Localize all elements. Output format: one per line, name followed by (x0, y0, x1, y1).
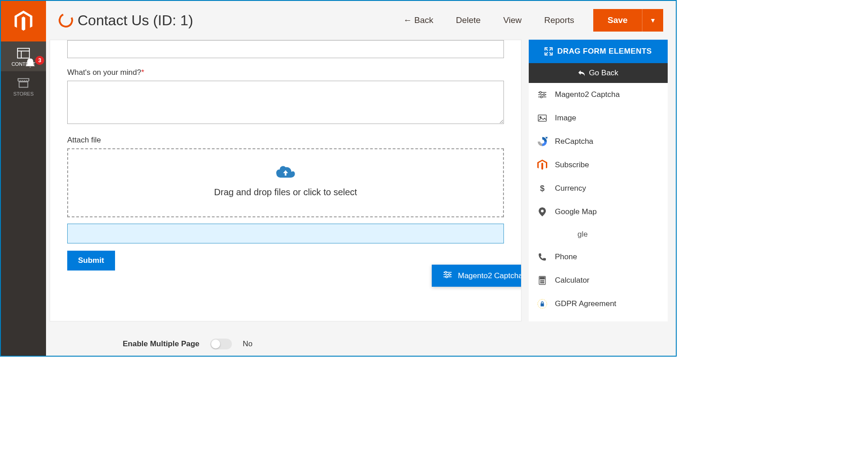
submit-button[interactable]: Submit (67, 251, 115, 271)
svg-point-26 (543, 282, 544, 283)
view-button[interactable]: View (494, 12, 531, 29)
element-phone[interactable]: Phone (529, 245, 668, 269)
element-google-partial[interactable]: gle (529, 224, 668, 245)
sliders-icon (537, 89, 548, 100)
dollar-icon: $ (537, 183, 548, 194)
reply-icon (578, 70, 585, 76)
drag-elements-header: DRAG FORM ELEMENTS (529, 40, 668, 63)
svg-rect-3 (19, 82, 28, 87)
form-elements-panel: DRAG FORM ELEMENTS Go Back Magento2 Capt… (529, 40, 668, 321)
enable-multiple-page-toggle[interactable] (210, 339, 232, 349)
image-icon (537, 113, 548, 124)
reports-button[interactable]: Reports (535, 12, 583, 29)
expand-icon (545, 47, 553, 55)
text-input-field[interactable] (67, 40, 504, 58)
drop-target-placeholder (67, 224, 504, 243)
svg-point-24 (540, 282, 541, 283)
svg-point-9 (446, 276, 448, 278)
sidebar-item-stores[interactable]: STORES (1, 71, 46, 101)
admin-sidebar: CONTENT 3 STORES (1, 1, 46, 356)
phone-icon (537, 252, 548, 262)
element-calculator[interactable]: Calculator (529, 269, 668, 292)
page-header: Contact Us (ID: 1) Back Delete View Repo… (46, 1, 676, 40)
dropzone-text: Drag and drop files or click to select (68, 187, 503, 197)
delete-button[interactable]: Delete (447, 12, 489, 29)
enable-multiple-page-row: Enable Multiple Page No (46, 330, 676, 356)
calculator-icon (537, 275, 548, 286)
svg-point-21 (540, 280, 541, 281)
enable-multiple-page-label: Enable Multiple Page (123, 339, 199, 349)
mind-label: What's on your mind?* (67, 68, 504, 77)
save-button[interactable]: Save (593, 9, 642, 32)
element-google-map[interactable]: Google Map (529, 200, 668, 224)
attach-label: Attach file (67, 136, 504, 145)
enable-multiple-page-value: No (243, 339, 253, 349)
element-image[interactable]: Image (529, 106, 668, 130)
dragging-element[interactable]: Magento2 Captcha (432, 265, 522, 287)
element-subscribe[interactable]: Subscribe (529, 153, 668, 177)
go-back-button[interactable]: Go Back (529, 63, 668, 83)
svg-point-7 (448, 274, 450, 275)
gdpr-lock-icon (537, 298, 548, 309)
svg-rect-20 (540, 277, 545, 279)
notification-badge: 3 (35, 56, 44, 65)
svg-point-15 (540, 96, 542, 98)
svg-point-13 (543, 94, 545, 96)
magento-logo[interactable] (1, 1, 46, 41)
svg-rect-16 (538, 115, 546, 121)
save-dropdown-button[interactable]: ▼ (642, 9, 663, 32)
svg-point-5 (445, 271, 447, 273)
element-currency[interactable]: $ Currency (529, 177, 668, 200)
page-title: Contact Us (ID: 1) (78, 12, 390, 29)
svg-point-17 (540, 117, 541, 118)
back-button[interactable]: Back (394, 12, 443, 29)
sidebar-label-stores: STORES (1, 91, 46, 96)
sliders-icon (443, 271, 452, 280)
spinner-icon (56, 11, 75, 29)
recaptcha-icon (537, 136, 548, 147)
form-builder-panel: What's on your mind?* Attach file Drag a… (50, 40, 522, 321)
map-pin-icon (537, 206, 548, 217)
svg-point-25 (542, 282, 543, 283)
element-magento2-captcha[interactable]: Magento2 Captcha (529, 83, 668, 106)
mind-textarea[interactable] (67, 81, 504, 124)
svg-point-23 (543, 280, 544, 281)
dragging-label: Magento2 Captcha (458, 271, 522, 280)
element-recaptcha[interactable]: ReCaptcha (529, 130, 668, 153)
cloud-upload-icon (68, 165, 503, 183)
sidebar-item-content[interactable]: CONTENT 3 (1, 41, 46, 71)
svg-point-11 (540, 92, 541, 93)
file-dropzone[interactable]: Drag and drop files or click to select (67, 148, 504, 217)
element-gdpr-agreement[interactable]: GDPR Agreement (529, 292, 668, 316)
svg-rect-0 (18, 48, 29, 58)
magento-icon (537, 160, 548, 170)
svg-point-22 (542, 280, 543, 281)
